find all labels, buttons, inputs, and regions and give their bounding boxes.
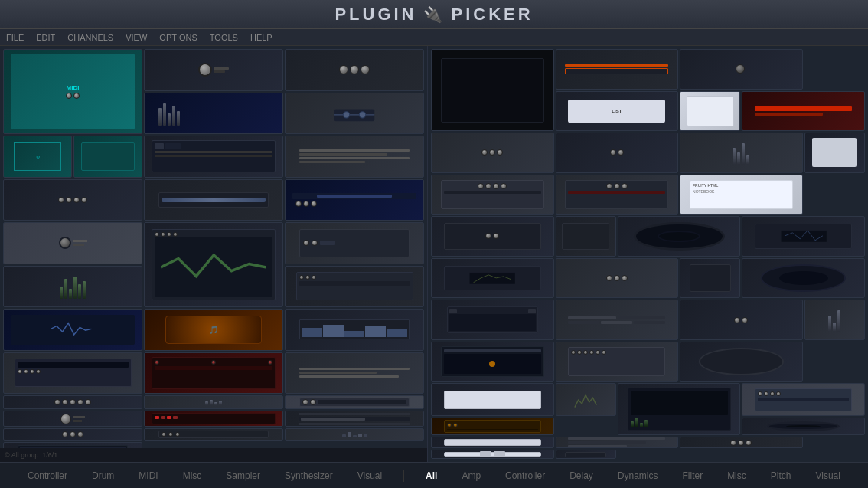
menu-channels[interactable]: CHANNELS (67, 33, 113, 42)
title-plugin: PLUGIN (334, 5, 416, 25)
plugin-thumb[interactable] (144, 93, 283, 135)
plugin-thumb[interactable] (742, 418, 865, 435)
plugin-thumb[interactable] (431, 133, 554, 173)
plugin-thumb[interactable] (680, 437, 803, 448)
plugin-thumb[interactable] (431, 49, 554, 131)
plugin-thumb[interactable] (3, 309, 142, 351)
menu-view[interactable]: VIEW (126, 33, 147, 42)
plugin-thumb[interactable] (680, 258, 740, 299)
cat-midi[interactable]: MIDI (135, 470, 161, 481)
plugin-thumb[interactable] (804, 133, 865, 173)
svg-point-3 (359, 112, 365, 118)
plugin-thumb[interactable] (556, 437, 679, 448)
cat-controller-right[interactable]: Controller (502, 470, 548, 481)
plugin-thumb[interactable] (556, 133, 679, 173)
cat-all[interactable]: All (423, 470, 440, 481)
cat-filter[interactable]: Filter (679, 470, 706, 481)
plugin-thumb[interactable] (556, 342, 679, 382)
plugin-thumb[interactable] (431, 437, 554, 448)
menu-options[interactable]: OPTIONS (159, 33, 197, 42)
plugin-thumb[interactable] (3, 222, 142, 264)
cat-sampler[interactable]: Sampler (223, 470, 263, 481)
cat-controller-left[interactable]: Controller (24, 470, 70, 481)
plugin-thumb[interactable] (431, 383, 554, 416)
plugin-thumb[interactable] (3, 411, 142, 427)
cat-pitch[interactable]: Pitch (768, 470, 795, 481)
plugin-thumb[interactable] (618, 383, 741, 435)
plugin-thumb[interactable]: FRUITY HTML NOTEBOOK (680, 175, 803, 215)
cat-dynamics[interactable]: Dynamics (615, 470, 661, 481)
plugin-thumb[interactable] (3, 428, 142, 441)
plugin-thumb[interactable]: LIST (556, 91, 679, 132)
app-title: PLUGIN 🔌 PICKER (334, 5, 533, 25)
menu-edit[interactable]: EDIT (36, 33, 55, 42)
plugin-thumb[interactable] (73, 136, 142, 178)
plugin-thumb[interactable] (285, 309, 424, 351)
plugin-thumb[interactable] (618, 216, 741, 257)
plugin-thumb[interactable] (680, 133, 803, 173)
plugin-thumb[interactable] (3, 266, 142, 308)
plugin-thumb[interactable] (556, 300, 679, 340)
plugin-thumb[interactable] (680, 91, 740, 132)
plugin-thumb[interactable] (680, 300, 803, 340)
plugin-thumb[interactable]: ⚙ (3, 136, 72, 178)
plugin-thumb[interactable] (144, 395, 283, 409)
plugin-thumb[interactable] (285, 49, 424, 91)
plugin-thumb[interactable] (3, 395, 142, 409)
menu-bar: FILE EDIT CHANNELS VIEW OPTIONS TOOLS HE… (0, 29, 868, 46)
plugin-thumb[interactable] (556, 216, 616, 257)
plugin-thumb[interactable] (742, 383, 865, 416)
plugin-thumb[interactable] (285, 179, 424, 221)
plugin-thumb[interactable] (285, 136, 424, 178)
plugin-thumb[interactable] (144, 136, 283, 178)
plugin-thumb[interactable] (285, 411, 424, 427)
plugin-thumb[interactable] (285, 266, 424, 308)
plugin-thumb[interactable] (144, 428, 283, 441)
cat-synthesizer[interactable]: Synthesizer (282, 470, 336, 481)
plugin-thumb[interactable] (431, 175, 554, 215)
right-plugin-panel: LIST (427, 46, 868, 462)
cat-amp[interactable]: Amp (458, 470, 484, 481)
cat-drum[interactable]: Drum (89, 470, 117, 481)
plugin-thumb[interactable] (680, 49, 803, 90)
plugin-thumb[interactable] (431, 450, 554, 459)
plugin-thumb[interactable] (556, 175, 679, 215)
cat-misc-right[interactable]: Misc (724, 470, 749, 481)
plugin-thumb[interactable] (144, 222, 283, 307)
plugin-thumb[interactable] (285, 222, 424, 264)
plugin-thumb[interactable] (431, 342, 554, 382)
plugin-thumb[interactable] (285, 93, 424, 135)
plugin-thumb[interactable] (285, 428, 424, 441)
menu-help[interactable]: HELP (250, 33, 272, 42)
plugin-thumb[interactable] (556, 49, 679, 90)
plugin-thumb[interactable] (285, 395, 424, 409)
plugin-thumb[interactable] (431, 258, 554, 299)
plugin-thumb[interactable] (556, 258, 679, 299)
plugin-thumb[interactable] (3, 352, 142, 395)
plugin-thumb[interactable] (144, 352, 283, 395)
cat-misc-left[interactable]: Misc (180, 470, 205, 481)
menu-tools[interactable]: TOOLS (210, 33, 238, 42)
plugin-thumb[interactable]: 🎵 (144, 309, 283, 351)
plugin-thumb[interactable] (742, 258, 865, 299)
category-bar: Controller Drum MIDI Misc Sampler Synthe… (0, 462, 868, 488)
cat-delay[interactable]: Delay (566, 470, 596, 481)
plugin-thumb[interactable] (431, 216, 554, 257)
plugin-thumb[interactable] (556, 383, 616, 416)
plugin-thumb[interactable]: MIDI (3, 49, 142, 134)
plugin-thumb[interactable] (680, 342, 803, 382)
cat-visual-left[interactable]: Visual (354, 470, 385, 481)
plugin-thumb[interactable] (556, 450, 616, 459)
plugin-thumb[interactable] (144, 179, 283, 221)
plugin-thumb[interactable] (742, 91, 865, 132)
plugin-thumb[interactable] (742, 216, 865, 257)
menu-file[interactable]: FILE (6, 33, 24, 42)
plugin-thumb[interactable] (431, 300, 554, 340)
plugin-thumb[interactable] (144, 411, 283, 427)
plugin-thumb[interactable] (431, 418, 554, 435)
cat-visual-right[interactable]: Visual (812, 470, 843, 481)
plugin-thumb[interactable] (3, 179, 142, 221)
plugin-thumb[interactable] (144, 49, 283, 91)
plugin-thumb[interactable] (804, 300, 865, 340)
plugin-thumb[interactable] (285, 352, 424, 395)
